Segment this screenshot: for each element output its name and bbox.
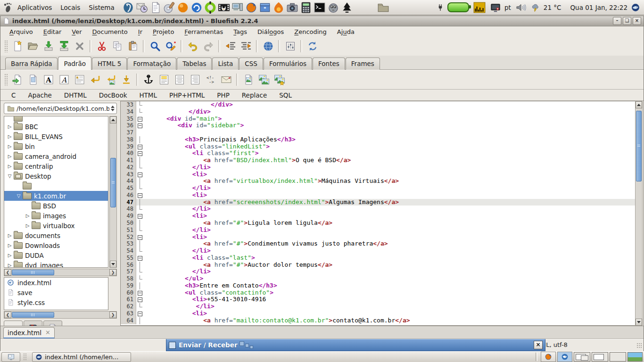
expand-icon[interactable]: ▷ (24, 213, 31, 218)
center-align-button[interactable] (172, 72, 187, 87)
menu-ir[interactable]: Ir (133, 27, 148, 37)
find-button[interactable] (147, 39, 163, 54)
file-item-index.html[interactable]: index.html (4, 278, 108, 288)
tree-item-desktop[interactable]: ▽Desktop (4, 171, 108, 181)
fold-toggle-icon[interactable] (136, 213, 143, 220)
langbar-sql[interactable]: SQL (273, 90, 298, 100)
video-editor-launcher[interactable] (217, 0, 231, 14)
path-combobox[interactable]: /home/lenzi/Desktop/k1.com.b (4, 103, 117, 114)
workspace-2[interactable] (592, 352, 608, 362)
find-replace-button[interactable] (163, 39, 178, 54)
mail-clock-launcher[interactable] (135, 0, 149, 14)
quickbar-tab-html-5[interactable]: HTML 5 (92, 58, 127, 70)
screenshot-launcher[interactable] (286, 0, 299, 14)
tree-item-bsd[interactable]: BSD (4, 201, 108, 211)
filelist-horizontal-scrollbar[interactable]: ❮ ❯ (4, 311, 117, 319)
fold-toggle-icon[interactable] (136, 296, 143, 303)
taskbar-thunderbird-task[interactable] (557, 352, 572, 362)
fold-toggle-icon[interactable] (136, 143, 143, 150)
minimize-button[interactable]: – (613, 17, 621, 25)
libreoffice-launcher[interactable] (149, 0, 163, 14)
calculator-launcher[interactable] (299, 0, 313, 14)
tree-item-images[interactable]: ▷images (4, 211, 108, 221)
tree-item[interactable] (4, 181, 108, 191)
expand-icon[interactable]: ▷ (6, 164, 13, 169)
system-monitor-icon[interactable] (472, 1, 487, 14)
power-plug-icon[interactable] (437, 2, 444, 13)
fold-toggle-icon[interactable] (136, 289, 143, 296)
taskbar-bluefish-task[interactable]: index.html (/home/len... (32, 352, 131, 362)
tree-item-bill_evans[interactable]: ▷BILL_EVANS (4, 132, 108, 141)
menu-editar[interactable]: Editar (38, 27, 67, 37)
bluefish-tray-icon[interactable] (631, 3, 640, 12)
combo-spinner[interactable] (109, 106, 116, 111)
tree-item-bin[interactable]: ▷bin (4, 141, 108, 151)
anchor-button[interactable] (140, 72, 156, 87)
gnome-logo-icon[interactable] (2, 2, 13, 13)
document-tab[interactable]: index.html ✕ (3, 327, 55, 339)
media-player-launcher[interactable] (272, 0, 286, 14)
file-list[interactable]: index.htmlsavestyle.css (4, 277, 108, 310)
window-titlebar[interactable]: index.html (/home/lenzi/Desktop/k1.com.b… (0, 16, 644, 26)
orange-sphere-launcher[interactable] (176, 0, 190, 14)
close-button[interactable] (72, 39, 87, 54)
tree-item-bbc[interactable]: ▷BBC (4, 122, 108, 132)
langbar-docbook[interactable]: DocBook (93, 90, 133, 100)
fold-toggle-icon[interactable] (136, 255, 143, 262)
italic-button[interactable]: A (56, 72, 72, 87)
tree-item-dvd_images[interactable]: ▷dvd_images (4, 260, 108, 268)
tree-horizontal-scrollbar[interactable]: ❮ ❯ (4, 269, 117, 276)
quickbar-tab-padrão[interactable]: Padrão (58, 57, 91, 70)
highlight-button[interactable] (156, 72, 172, 87)
green-ring-launcher[interactable] (204, 0, 217, 14)
langbar-replace[interactable]: Replace (236, 90, 273, 100)
tree-item[interactable] (4, 116, 108, 122)
preview-browser-button[interactable] (260, 39, 276, 54)
file-item-save[interactable]: save (4, 288, 108, 297)
battery-indicator[interactable] (447, 2, 469, 12)
expand-icon[interactable]: ▷ (6, 233, 13, 238)
quickbar-tab-lista[interactable]: Lista (212, 58, 239, 70)
blue-swirl-launcher[interactable] (190, 0, 204, 14)
langbar-php+html[interactable]: PHP+HTML (163, 90, 211, 100)
expand-icon[interactable]: ▷ (6, 124, 13, 129)
quickbar-tab-css[interactable]: CSS (239, 58, 263, 70)
code-editor[interactable]: 33 </div>34 </div>35 <div id="main">36 <… (120, 101, 641, 326)
paragraph-button[interactable] (72, 72, 87, 87)
tree-item-k1.com.br[interactable]: ▽k1.com.br (4, 191, 108, 201)
resize-grip[interactable] (636, 343, 642, 348)
expand-icon[interactable]: ▷ (6, 253, 13, 258)
menu-arquivo[interactable]: Arquivo (4, 27, 38, 37)
paste-button[interactable] (125, 39, 140, 54)
langbar-dhtml[interactable]: DHTML (58, 90, 93, 100)
break-clear-button[interactable] (103, 72, 118, 87)
file-manager-launcher[interactable] (377, 0, 390, 14)
toolbar-handle[interactable] (4, 40, 8, 52)
copy-button[interactable] (109, 39, 125, 54)
gimp-launcher[interactable] (327, 0, 340, 14)
preferences-button[interactable] (282, 39, 298, 54)
firefox-launcher[interactable] (245, 0, 258, 14)
bold-button[interactable]: A (41, 72, 56, 87)
volume-icon[interactable] (514, 2, 528, 13)
file-tree[interactable]: ▷BBC▷BILL_EVANS▷bin▷camera_android▷centr… (4, 116, 108, 268)
quickbar-tab-formulários[interactable]: Formulários (264, 58, 312, 70)
redo-button[interactable] (200, 39, 216, 54)
quickbar-tab-tabelas[interactable]: Tabelas (177, 58, 212, 70)
multi-thumbnail-button[interactable] (272, 72, 287, 87)
quickbar-tab-barra-rápida[interactable]: Barra Rápida (5, 58, 58, 70)
langbar-c[interactable]: C (5, 90, 22, 100)
disc-burner-launcher[interactable] (163, 0, 176, 14)
tree-item-camera_android[interactable]: ▷camera_android (4, 151, 108, 161)
workspace-3[interactable] (610, 352, 626, 362)
inkscape-launcher[interactable] (340, 0, 354, 14)
quickbar-tab-fontes[interactable]: Fontes (313, 58, 345, 70)
editor-vertical-scrollbar[interactable] (635, 101, 643, 326)
email-button[interactable] (218, 72, 234, 87)
fold-toggle-icon[interactable] (136, 115, 143, 123)
fold-toggle-icon[interactable] (136, 234, 143, 241)
workspace-4-thumbnail[interactable] (627, 352, 643, 362)
tree-item-centralip[interactable]: ▷centralip (4, 161, 108, 171)
indent-button[interactable] (238, 39, 254, 54)
line-break-button[interactable] (87, 72, 103, 87)
